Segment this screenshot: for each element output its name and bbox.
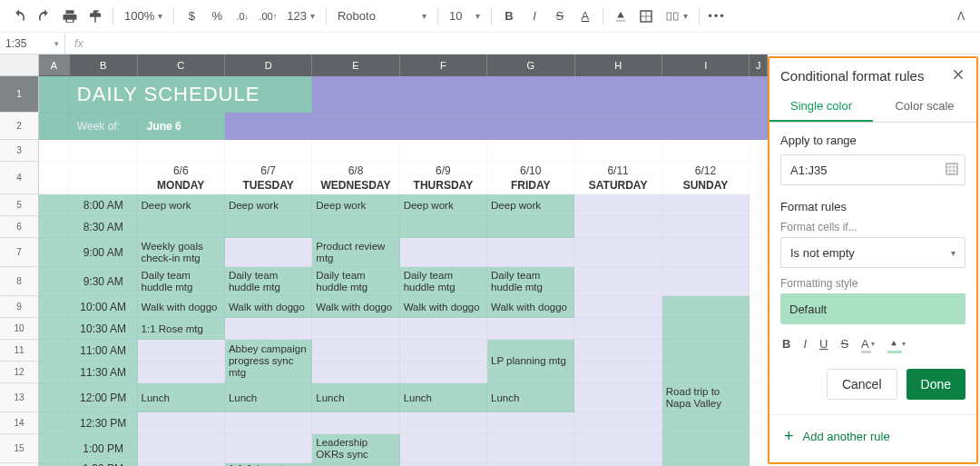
col-I[interactable]: I [662,55,750,76]
default-style-preview[interactable]: Default [780,293,965,324]
row-header[interactable]: 3 [0,140,39,162]
conditional-format-panel: Conditional format rules Single color Co… [768,56,978,464]
paint-format-button[interactable] [83,5,107,28]
row-13: 13 12:00 PM Lunch Lunch Lunch Lunch Lunc… [0,383,768,412]
tab-color-scale[interactable]: Color scale [873,92,976,122]
strikethrough-button[interactable]: S [548,5,572,28]
done-button[interactable]: Done [906,369,965,400]
percent-button[interactable]: % [205,5,229,28]
row-header[interactable]: 5 [0,194,39,216]
row-header[interactable]: 14 [0,412,39,434]
grid-select-icon[interactable] [945,162,959,179]
text-color-icon[interactable]: A▾ [861,337,875,351]
row-14: 14 12:30 PM [0,412,768,434]
row-header[interactable]: 4 [0,162,39,194]
format-rules-label: Format rules [780,200,965,213]
row-12: 12 11:30 AM [0,362,768,383]
bold-icon[interactable]: B [782,337,790,351]
row-15: 15 1:00 PM Leadership OKRs sync [0,434,768,463]
row-1: 1 DAILY SCHEDULE [0,76,768,113]
row-5: 5 8:00 AM Deep work Deep work Deep work … [0,194,768,216]
plus-icon: + [784,428,794,444]
print-button[interactable] [58,5,82,28]
page-title: DAILY SCHEDULE [74,83,260,106]
row-header[interactable]: 1 [0,76,39,113]
collapse-toolbar-button[interactable]: ᐱ [949,5,973,28]
italic-icon[interactable]: I [803,337,807,351]
row-header[interactable]: 2 [0,113,39,140]
cells-if-label: Format cells if... [780,221,965,233]
row-9: 9 10:00 AM Walk with doggo Walk with dog… [0,296,768,318]
cancel-button[interactable]: Cancel [827,369,897,400]
svg-rect-5 [673,13,678,20]
row-2: 2 Week of: June 6 [0,113,768,140]
text-color-button[interactable]: A [573,5,597,28]
borders-button[interactable] [634,5,658,28]
col-E[interactable]: E [312,55,399,76]
col-B[interactable]: B [70,55,138,76]
formula-bar: 1:35 fx [0,33,980,55]
font-dropdown[interactable]: Roboto▾ [332,5,432,28]
bold-button[interactable]: B [497,5,521,28]
day-mon: 6/6MONDAY [138,162,225,194]
range-input-row [780,154,965,185]
underline-icon[interactable]: U [819,337,828,351]
row-10: 10 10:30 AM 1:1 Rose mtg [0,318,768,340]
more-formats-dropdown[interactable]: 123▾ [281,5,320,28]
name-box[interactable]: 1:35 [0,34,65,54]
row-header[interactable]: 12 [0,362,39,383]
day-sun: 6/12SUNDAY [662,162,750,194]
day-thu: 6/9THURSDAY [400,162,487,194]
row-8: 8 9:30 AM Daily team huddle mtg Daily te… [0,267,768,296]
more-button[interactable]: ••• [705,5,729,28]
undo-button[interactable] [7,5,31,28]
redo-button[interactable] [33,5,56,28]
row-header[interactable]: 13 [0,383,39,412]
row-header[interactable]: 11 [0,340,39,362]
row-3: 3 [0,140,768,162]
day-fri: 6/10FRIDAY [487,162,574,194]
col-D[interactable]: D [225,55,312,76]
col-J[interactable]: J [750,55,768,76]
col-F[interactable]: F [400,55,487,76]
col-H[interactable]: H [575,55,662,76]
condition-select[interactable]: Is not empty ▾ [780,237,965,268]
col-A[interactable]: A [39,55,69,76]
col-G[interactable]: G [487,55,574,76]
tab-single-color[interactable]: Single color [769,92,873,122]
currency-button[interactable]: $ [180,5,203,28]
row-6: 6 8:30 AM [0,216,768,238]
fx-label: fx [65,36,93,50]
row-header[interactable]: 10 [0,318,39,340]
svg-rect-0 [616,19,626,21]
row-11: 11 11:00 AM Abbey campaign progress sync… [0,340,768,362]
close-icon[interactable] [951,67,965,84]
select-all-corner[interactable] [0,55,39,76]
fill-color-icon[interactable]: ▾ [887,338,906,351]
merge-dropdown[interactable]: ▾ [660,5,693,28]
style-icons: B I U S A▾ ▾ [780,333,965,363]
panel-tabs: Single color Color scale [769,92,976,123]
decrease-decimal-button[interactable]: .0↓ [230,5,254,28]
font-size-dropdown[interactable]: 10▾ [444,5,485,28]
row-4: 4 6/6MONDAY 6/7TUESDAY 6/8WEDNESDAY 6/9T… [0,162,768,194]
fill-color-button[interactable] [609,5,632,28]
increase-decimal-button[interactable]: .00↑ [256,5,279,28]
range-input[interactable] [789,163,945,178]
col-C[interactable]: C [138,55,225,76]
row-header[interactable]: 8 [0,267,39,296]
add-rule-button[interactable]: + Add another rule [769,414,976,457]
zoom-dropdown[interactable]: 100%▾ [119,5,168,28]
toolbar: 100%▾ $ % .0↓ .00↑ 123▾ Roboto▾ 10▾ B I … [0,0,980,33]
row-header[interactable]: 15 [0,434,39,463]
row-header[interactable]: 6 [0,216,39,238]
day-sat: 6/11SATURDAY [574,162,662,194]
row-header[interactable]: 7 [0,238,39,267]
style-label: Formatting style [780,277,965,290]
column-headers: A B C D E F G H I J [0,55,768,76]
apply-range-label: Apply to range [780,134,965,147]
row-header[interactable]: 9 [0,296,39,318]
italic-button[interactable]: I [523,5,546,28]
strikethrough-icon[interactable]: S [840,337,848,351]
spreadsheet[interactable]: A B C D E F G H I J 1 DAILY SCHEDULE 2 W… [0,55,768,466]
